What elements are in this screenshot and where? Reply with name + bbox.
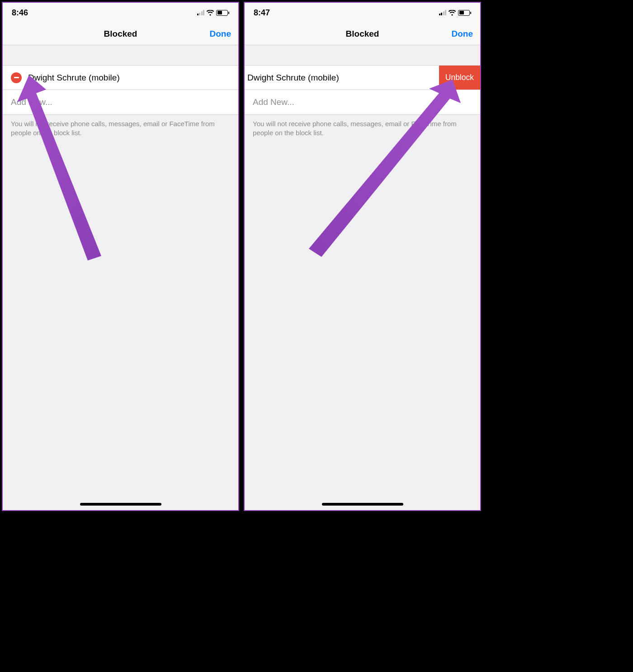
unblock-label: Unblock bbox=[445, 73, 474, 82]
footer-description: You will not receive phone calls, messag… bbox=[3, 115, 238, 142]
add-new-row[interactable]: Add New... bbox=[245, 90, 480, 114]
nav-header: Blocked Done bbox=[245, 23, 480, 45]
wifi-icon bbox=[206, 10, 214, 16]
done-button[interactable]: Done bbox=[210, 29, 231, 39]
blocked-list: Dwight Schrute (mobile) Add New... bbox=[3, 65, 238, 115]
done-button[interactable]: Done bbox=[452, 29, 473, 39]
nav-header: Blocked Done bbox=[3, 23, 238, 45]
status-time: 8:46 bbox=[12, 8, 28, 18]
status-time: 8:47 bbox=[254, 8, 270, 18]
wifi-icon bbox=[448, 10, 456, 16]
footer-description: You will not receive phone calls, messag… bbox=[245, 115, 480, 142]
status-bar: 8:47 bbox=[245, 3, 480, 23]
status-bar: 8:46 bbox=[3, 3, 238, 23]
blocked-contact-row[interactable]: Dwight Schrute (mobile) Unblock bbox=[244, 66, 480, 90]
status-indicators bbox=[197, 10, 230, 16]
delete-minus-icon[interactable] bbox=[11, 72, 22, 83]
add-new-row[interactable]: Add New... bbox=[3, 90, 238, 114]
phone-screenshot-right: 8:47 Blocked Done Dwight Schrute (mobile… bbox=[244, 2, 481, 511]
battery-icon bbox=[458, 10, 471, 16]
battery-icon bbox=[216, 10, 229, 16]
add-new-label: Add New... bbox=[253, 97, 294, 107]
contact-name: Dwight Schrute (mobile) bbox=[28, 73, 238, 83]
home-indicator[interactable] bbox=[322, 503, 403, 506]
add-new-label: Add New... bbox=[11, 97, 52, 107]
page-title: Blocked bbox=[346, 29, 379, 39]
contact-name: Dwight Schrute (mobile) bbox=[247, 73, 439, 83]
spacer bbox=[245, 45, 480, 65]
signal-icon bbox=[439, 10, 447, 15]
blocked-list: Dwight Schrute (mobile) Unblock Add New.… bbox=[245, 65, 480, 115]
signal-icon bbox=[197, 10, 205, 15]
spacer bbox=[3, 45, 238, 65]
unblock-button[interactable]: Unblock bbox=[439, 66, 480, 90]
blocked-contact-row[interactable]: Dwight Schrute (mobile) bbox=[3, 66, 238, 90]
home-indicator[interactable] bbox=[80, 503, 161, 506]
status-indicators bbox=[439, 10, 472, 16]
page-title: Blocked bbox=[104, 29, 137, 39]
phone-screenshot-left: 8:46 Blocked Done Dwight Schrute (mobile… bbox=[2, 2, 239, 511]
